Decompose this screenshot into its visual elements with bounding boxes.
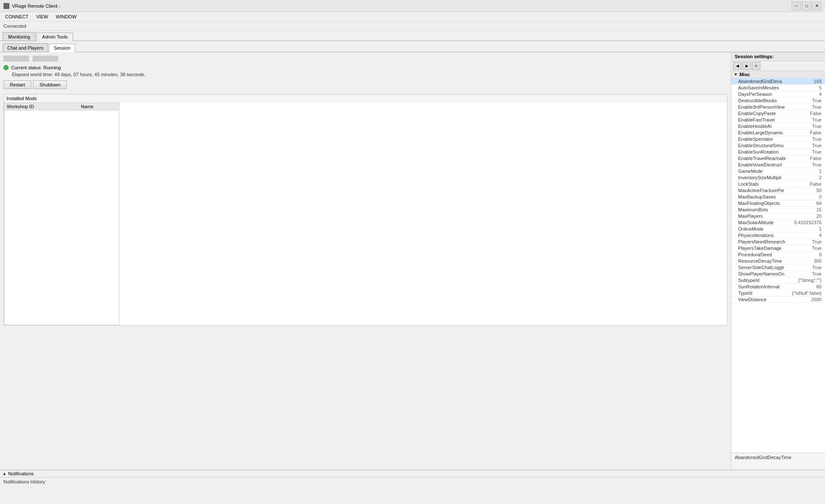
connection-status-text: Connected: [3, 24, 26, 29]
settings-key: ProceduralSeed: [738, 252, 772, 257]
settings-next-btn[interactable]: ▶: [742, 62, 751, 70]
settings-key: DaysPerSeason: [738, 92, 772, 97]
settings-list-btn[interactable]: ≡: [752, 62, 760, 70]
settings-row[interactable]: Enable3rdPersonViewTrue: [731, 104, 825, 110]
settings-key: InventorySizeMultipli: [738, 175, 781, 180]
settings-row[interactable]: ResourceDecayTime300: [731, 258, 825, 264]
restart-button[interactable]: Restart: [3, 80, 31, 89]
settings-value: True: [812, 265, 822, 270]
status-indicator: [3, 65, 9, 70]
settings-row[interactable]: AutoSaveInMinutes5: [731, 85, 825, 91]
settings-key: AutoSaveInMinutes: [738, 85, 779, 90]
menu-connect[interactable]: CONNECT: [2, 13, 32, 20]
settings-value: False: [810, 156, 822, 161]
settings-value: 2600: [811, 297, 822, 302]
close-button[interactable]: ✕: [812, 2, 822, 10]
settings-key: MaxBackupSaves: [738, 194, 776, 199]
settings-value: True: [812, 149, 822, 154]
settings-key: EnableCopyPaste: [738, 111, 776, 116]
installed-mods-section: Installed Mods Workshop ID Name: [3, 94, 727, 326]
settings-row[interactable]: MaxPlayers20: [731, 213, 825, 219]
settings-row[interactable]: EnableTravelReachabiFalse: [731, 155, 825, 162]
settings-row[interactable]: ServerSideChatLoggirTrue: [731, 264, 825, 271]
mods-container[interactable]: Workshop ID Name: [4, 103, 119, 325]
settings-row[interactable]: GameMode1: [731, 168, 825, 175]
settings-row[interactable]: MaxActiveFracturePie50: [731, 187, 825, 194]
settings-key: ServerSideChatLoggir: [738, 265, 784, 270]
settings-row[interactable]: EnableVoxelDestructTrue: [731, 162, 825, 168]
installed-mods-title: Installed Mods: [4, 95, 727, 103]
settings-row[interactable]: AbandonedGridDeca168: [731, 78, 825, 85]
settings-key: EnableFastTravel: [738, 117, 775, 122]
menu-window[interactable]: WINDOW: [53, 13, 80, 20]
settings-description: AbandonedGridDecayTime: [731, 453, 825, 470]
settings-row[interactable]: ProceduralSeed0: [731, 252, 825, 258]
notifications-header-label: Notifications: [8, 471, 34, 476]
settings-row[interactable]: PhysicsIterations4: [731, 232, 825, 239]
settings-row[interactable]: EnableFastTravelTrue: [731, 117, 825, 123]
restore-button[interactable]: □: [802, 2, 811, 10]
settings-row[interactable]: DaysPerSeason4: [731, 91, 825, 98]
settings-row[interactable]: MaxFloatingObjects64: [731, 200, 825, 207]
elapsed-time: Elapsed world time: 49 days, 07 hours, 4…: [12, 72, 727, 77]
menu-view[interactable]: VIEW: [33, 13, 51, 20]
settings-tree[interactable]: ▼ Misc AbandonedGridDeca168AutoSaveInMin…: [731, 71, 825, 453]
settings-value: False: [810, 111, 822, 116]
settings-row[interactable]: EnableLargeDynamicFalse: [731, 130, 825, 136]
settings-row[interactable]: MaximumBots15: [731, 207, 825, 213]
settings-key: LockStats: [738, 181, 759, 187]
settings-value: 64: [816, 201, 822, 206]
tab-admin-tools[interactable]: Admin Tools: [36, 33, 73, 41]
tab-chat-and-players[interactable]: Chat and Players: [3, 43, 48, 52]
settings-row[interactable]: InventorySizeMultipli2: [731, 175, 825, 181]
settings-category-misc[interactable]: ▼ Misc: [731, 71, 825, 78]
minimize-button[interactable]: ─: [792, 2, 801, 10]
settings-key: PhysicsIterations: [738, 233, 774, 238]
settings-value: True: [812, 104, 822, 110]
settings-row[interactable]: ViewDistance2600: [731, 296, 825, 303]
settings-value: True: [812, 271, 822, 276]
settings-row[interactable]: SunRotationInterval60: [731, 284, 825, 290]
settings-row[interactable]: DestructibleBlocksTrue: [731, 98, 825, 104]
settings-value: True: [812, 136, 822, 142]
title-bar-controls: ─ □ ✕: [792, 2, 822, 10]
settings-row[interactable]: PlayersTakeDamageTrue: [731, 245, 825, 252]
settings-value: 20: [816, 213, 822, 219]
notifications-chevron-icon: ▲: [3, 471, 6, 476]
settings-value: True: [812, 246, 822, 251]
settings-row[interactable]: EnableSpectatorTrue: [731, 136, 825, 142]
notifications-header[interactable]: ▲ Notifications: [0, 470, 825, 477]
settings-key: EnableHostileAI: [738, 124, 772, 129]
settings-row[interactable]: EnableSunRotationTrue: [731, 149, 825, 155]
settings-row[interactable]: EnableHostileAITrue: [731, 123, 825, 130]
settings-row[interactable]: EnableCopyPasteFalse: [731, 110, 825, 117]
settings-value: True: [812, 143, 822, 148]
settings-key: EnableTravelReachabi: [738, 156, 786, 161]
settings-prev-btn[interactable]: ◀: [733, 62, 742, 70]
settings-row[interactable]: SubtypeId{"String":""}: [731, 277, 825, 284]
settings-row[interactable]: EnableStructuralSimuTrue: [731, 142, 825, 149]
tab-session[interactable]: Session: [49, 44, 75, 52]
settings-row[interactable]: LockStatsFalse: [731, 181, 825, 187]
settings-row[interactable]: MaxSolarAltitude0.410152376: [731, 219, 825, 226]
settings-value: 5: [819, 85, 822, 90]
tab-monitoring[interactable]: Monitoring: [3, 32, 36, 41]
settings-value: True: [812, 239, 822, 244]
server-name-bar: [3, 56, 727, 62]
settings-value: True: [812, 117, 822, 122]
notifications-body: Notifications History:: [0, 477, 825, 486]
settings-row[interactable]: ShowPlayerNamesOnTrue: [731, 271, 825, 277]
settings-row[interactable]: PlayersNeedResearchTrue: [731, 239, 825, 245]
settings-value: 60: [816, 284, 822, 289]
notifications-history-label: Notifications History:: [3, 479, 46, 484]
settings-row[interactable]: TypeId{"IsNull":false}: [731, 290, 825, 296]
shutdown-button[interactable]: Shutdown: [33, 80, 67, 89]
settings-value: 168: [814, 79, 822, 84]
settings-row[interactable]: MaxBackupSaves0: [731, 194, 825, 200]
title-bar-left: VRage Remote Client -: [3, 3, 60, 9]
settings-key: EnableSpectator: [738, 136, 773, 142]
connection-status-bar: Connected: [0, 21, 825, 31]
settings-key: EnableSunRotation: [738, 149, 779, 154]
mods-table: Workshop ID Name: [4, 103, 119, 110]
settings-row[interactable]: OnlineMode1: [731, 226, 825, 232]
